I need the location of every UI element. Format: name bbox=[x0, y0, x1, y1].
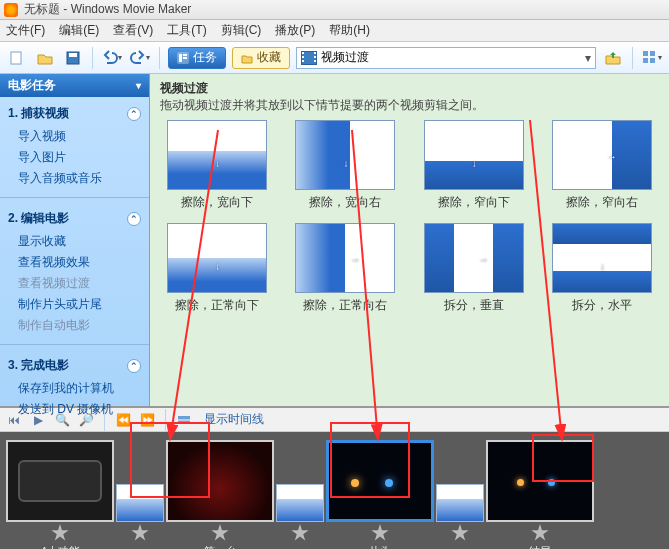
task-automovie[interactable]: 制作自动电影 bbox=[8, 315, 141, 336]
clip-frame bbox=[166, 440, 274, 522]
transition-thumb[interactable]: ↓擦除，宽向右 bbox=[290, 120, 400, 211]
task-group-edit: 2. 编辑电影⌃ 显示收藏 查看视频效果 查看视频过渡 制作片头或片尾 制作自动… bbox=[0, 202, 149, 340]
clip-label: 结尾 bbox=[529, 544, 551, 549]
storyboard-panel: ⏮ ▶ 🔍 🔎 ⏪ ⏩ 显示时间线 4大功能第一台片头结尾 bbox=[0, 406, 669, 549]
view-thumbnails-button[interactable]: ▾ bbox=[641, 47, 663, 69]
chevron-down-icon[interactable]: ▾ bbox=[136, 80, 141, 91]
window-title: 无标题 - Windows Movie Maker bbox=[24, 1, 191, 18]
transition-thumb[interactable]: ↓擦除，窄向下 bbox=[419, 120, 529, 211]
film-icon bbox=[301, 51, 317, 65]
clip[interactable]: 结尾 bbox=[486, 440, 594, 549]
save-button[interactable] bbox=[62, 47, 84, 69]
rewind-icon[interactable]: ⏪ bbox=[115, 412, 131, 428]
show-timeline-button[interactable]: 显示时间线 bbox=[204, 411, 264, 428]
transition-thumb[interactable]: ↓拆分，水平 bbox=[547, 223, 657, 314]
svg-rect-8 bbox=[650, 51, 655, 56]
clip[interactable]: 片头 bbox=[326, 440, 434, 549]
up-level-button[interactable] bbox=[602, 47, 624, 69]
task-title-finish[interactable]: 3. 完成电影⌃ bbox=[8, 357, 141, 374]
collection-select[interactable]: 视频过渡 ▾ bbox=[296, 47, 596, 69]
svg-rect-2 bbox=[69, 53, 77, 57]
transition-label: 擦除，宽向下 bbox=[181, 194, 253, 211]
clip[interactable]: 4大功能 bbox=[6, 440, 114, 549]
transition-label: 拆分，垂直 bbox=[444, 297, 504, 314]
menu-help[interactable]: 帮助(H) bbox=[329, 22, 370, 39]
svg-rect-10 bbox=[650, 58, 655, 63]
svg-rect-6 bbox=[183, 57, 187, 59]
transition-label: 拆分，水平 bbox=[572, 297, 632, 314]
content-pane: 视频过渡 拖动视频过渡并将其放到以下情节提要的两个视频剪辑之间。 ↓擦除，宽向下… bbox=[150, 74, 669, 406]
divider bbox=[0, 344, 149, 345]
redo-button[interactable]: ▾ bbox=[129, 47, 151, 69]
star-icon bbox=[211, 524, 229, 542]
transition-slot-thumb bbox=[116, 484, 164, 522]
clip-label: 4大功能 bbox=[40, 544, 79, 549]
task-view-transitions[interactable]: 查看视频过渡 bbox=[8, 273, 141, 294]
transition-label: 擦除，窄向下 bbox=[438, 194, 510, 211]
transition-label: 擦除，宽向右 bbox=[309, 194, 381, 211]
transition-thumb[interactable]: →擦除，窄向右 bbox=[547, 120, 657, 211]
transition-preview: ↓ bbox=[424, 120, 524, 190]
tasks-button[interactable]: 任务 bbox=[168, 47, 226, 69]
zoom-out-icon[interactable]: 🔎 bbox=[78, 412, 94, 428]
clip-frame bbox=[486, 440, 594, 522]
menu-tools[interactable]: 工具(T) bbox=[167, 22, 206, 39]
transition-slot-thumb bbox=[436, 484, 484, 522]
separator bbox=[632, 47, 633, 69]
svg-rect-4 bbox=[179, 54, 182, 62]
star-icon bbox=[131, 524, 149, 542]
undo-button[interactable]: ▾ bbox=[101, 47, 123, 69]
task-import-audio[interactable]: 导入音频或音乐 bbox=[8, 168, 141, 189]
collapse-icon: ⌃ bbox=[127, 107, 141, 121]
clip-label: 第一台 bbox=[204, 544, 237, 549]
transition-preview: → bbox=[552, 120, 652, 190]
zoom-in-icon[interactable]: 🔍 bbox=[54, 412, 70, 428]
separator bbox=[104, 409, 105, 431]
transition-label: 擦除，正常向右 bbox=[303, 297, 387, 314]
app-icon bbox=[4, 3, 18, 17]
collection-select-value: 视频过渡 bbox=[321, 49, 369, 66]
transition-slot[interactable] bbox=[436, 440, 484, 542]
menu-view[interactable]: 查看(V) bbox=[113, 22, 153, 39]
svg-rect-5 bbox=[183, 54, 187, 56]
menu-play[interactable]: 播放(P) bbox=[275, 22, 315, 39]
new-button[interactable] bbox=[6, 47, 28, 69]
transition-preview: ↓ bbox=[167, 120, 267, 190]
collapse-icon: ⌃ bbox=[127, 359, 141, 373]
clip[interactable]: 第一台 bbox=[166, 440, 274, 549]
transition-thumb[interactable]: ↓擦除，宽向下 bbox=[162, 120, 272, 211]
separator bbox=[165, 409, 166, 431]
transition-thumb[interactable]: ↓擦除，正常向下 bbox=[162, 223, 272, 314]
menu-edit[interactable]: 编辑(E) bbox=[59, 22, 99, 39]
menu-clip[interactable]: 剪辑(C) bbox=[221, 22, 262, 39]
play-icon[interactable]: ▶ bbox=[30, 412, 46, 428]
collapse-icon: ⌃ bbox=[127, 212, 141, 226]
transition-slot[interactable] bbox=[276, 440, 324, 542]
task-title-capture[interactable]: 1. 捕获视频⌃ bbox=[8, 105, 141, 122]
svg-rect-0 bbox=[11, 52, 21, 64]
task-save-computer[interactable]: 保存到我的计算机 bbox=[8, 378, 141, 399]
task-title-edit[interactable]: 2. 编辑电影⌃ bbox=[8, 210, 141, 227]
storyboard[interactable]: 4大功能第一台片头结尾 bbox=[0, 432, 669, 549]
transition-slot[interactable] bbox=[116, 440, 164, 542]
star-icon bbox=[531, 524, 549, 542]
star-icon bbox=[451, 524, 469, 542]
svg-rect-9 bbox=[643, 58, 648, 63]
task-view-effects[interactable]: 查看视频效果 bbox=[8, 252, 141, 273]
task-import-picture[interactable]: 导入图片 bbox=[8, 147, 141, 168]
open-button[interactable] bbox=[34, 47, 56, 69]
menu-file[interactable]: 文件(F) bbox=[6, 22, 45, 39]
forward-icon[interactable]: ⏩ bbox=[139, 412, 155, 428]
task-import-video[interactable]: 导入视频 bbox=[8, 126, 141, 147]
task-group-capture: 1. 捕获视频⌃ 导入视频 导入图片 导入音频或音乐 bbox=[0, 97, 149, 193]
transition-preview: → bbox=[295, 223, 395, 293]
transition-thumb[interactable]: →擦除，正常向右 bbox=[290, 223, 400, 314]
transition-label: 擦除，窄向右 bbox=[566, 194, 638, 211]
skip-start-icon[interactable]: ⏮ bbox=[6, 412, 22, 428]
clip-label: 片头 bbox=[369, 544, 391, 549]
task-make-titles[interactable]: 制作片头或片尾 bbox=[8, 294, 141, 315]
transition-thumb[interactable]: →拆分，垂直 bbox=[419, 223, 529, 314]
collections-button[interactable]: 收藏 bbox=[232, 47, 290, 69]
chevron-down-icon: ▾ bbox=[585, 51, 591, 65]
task-show-collections[interactable]: 显示收藏 bbox=[8, 231, 141, 252]
